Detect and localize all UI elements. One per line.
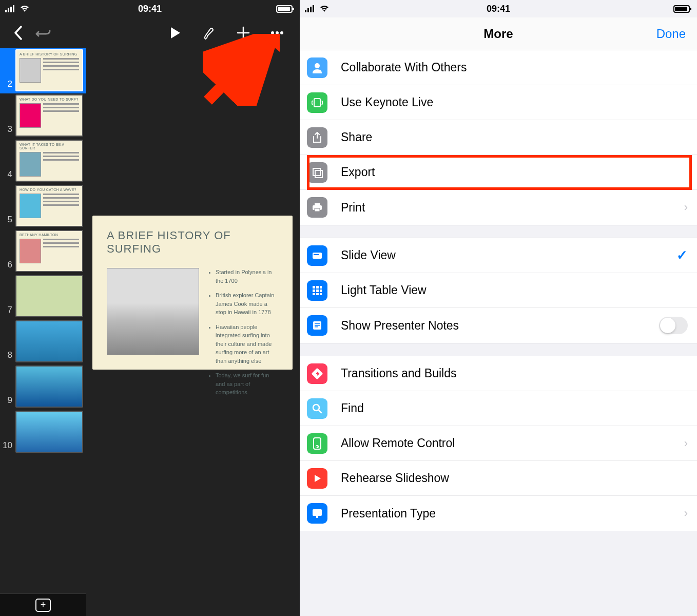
row-export[interactable]: Export [300, 155, 697, 190]
slide-thumb-7[interactable]: 7 [0, 274, 86, 319]
svg-rect-9 [307, 8, 309, 12]
more-button[interactable] [265, 21, 289, 45]
checkmark-icon: ✓ [676, 247, 688, 263]
slide-thumb-2[interactable]: 2 A BRIEF HISTORY OF SURFING [0, 48, 86, 93]
row-presenter-notes[interactable]: Show Presenter Notes [300, 308, 697, 343]
grid-icon [307, 280, 327, 301]
more-menu-list: Collaborate With Others Use Keynote Live… [300, 50, 697, 531]
svg-rect-19 [313, 253, 322, 259]
svg-rect-25 [316, 290, 319, 292]
editor-toolbar [0, 17, 300, 48]
svg-rect-40 [316, 516, 318, 518]
remote-icon [307, 433, 327, 454]
svg-rect-0 [5, 10, 7, 12]
row-find[interactable]: Find [300, 391, 697, 426]
row-light-table[interactable]: Light Table View [300, 273, 697, 308]
print-icon [307, 197, 327, 218]
transitions-icon [307, 363, 327, 384]
svg-rect-20 [314, 254, 319, 255]
battery-icon [673, 5, 690, 13]
status-bar-left: 09:41 [0, 0, 300, 17]
svg-rect-27 [313, 293, 315, 295]
more-menu-pane: 09:41 More Done Collaborate With Others … [300, 0, 697, 616]
slide-title: A BRIEF HISTORY OF SURFING [107, 229, 278, 256]
svg-point-6 [280, 31, 283, 34]
done-button[interactable]: Done [656, 27, 686, 41]
svg-rect-2 [10, 7, 12, 12]
svg-rect-26 [320, 290, 322, 292]
row-keynote-live[interactable]: Use Keynote Live [300, 85, 697, 120]
signal-icon [5, 5, 16, 12]
svg-line-7 [208, 40, 267, 101]
slide-thumbnails[interactable]: 2 A BRIEF HISTORY OF SURFING 3 WHAT DO Y… [0, 48, 86, 616]
row-transitions[interactable]: Transitions and Builds [300, 356, 697, 391]
slide-thumb-4[interactable]: 4 WHAT IT TAKES TO BE A SURFER [0, 139, 86, 184]
row-print[interactable]: Print › [300, 190, 697, 225]
svg-point-4 [271, 31, 274, 34]
svg-point-5 [276, 31, 279, 34]
svg-rect-28 [316, 293, 319, 295]
svg-rect-8 [305, 10, 306, 12]
svg-rect-31 [315, 323, 320, 324]
status-time: 09:41 [487, 4, 510, 14]
notes-icon [307, 315, 327, 336]
svg-rect-21 [313, 286, 315, 288]
more-title: More [483, 27, 513, 41]
play-icon [307, 468, 327, 489]
svg-rect-32 [315, 325, 320, 326]
more-header: More Done [300, 17, 697, 50]
main-slide-canvas[interactable]: A BRIEF HISTORY OF SURFING Started in Po… [92, 216, 293, 370]
share-icon [307, 127, 327, 148]
row-share[interactable]: Share [300, 120, 697, 155]
row-slide-view[interactable]: Slide View ✓ [300, 238, 697, 273]
svg-rect-22 [316, 286, 319, 288]
slide-thumb-6[interactable]: 6 BETHANY HAMILTON [0, 229, 86, 274]
row-remote[interactable]: Allow Remote Control › [300, 426, 697, 461]
row-rehearse[interactable]: Rehearse Slideshow [300, 461, 697, 496]
svg-rect-13 [314, 99, 320, 107]
row-presentation-type[interactable]: Presentation Type › [300, 496, 697, 531]
svg-rect-14 [313, 168, 320, 176]
slide-bullets: Started in Polynesia in the 1700 British… [208, 268, 278, 403]
slide-image [107, 268, 199, 355]
broadcast-icon [307, 92, 327, 113]
undo-button[interactable] [31, 21, 55, 45]
svg-rect-17 [315, 203, 320, 206]
export-icon [307, 162, 327, 183]
format-brush-button[interactable] [197, 21, 222, 45]
svg-rect-23 [320, 286, 322, 288]
person-icon [307, 57, 327, 78]
presentation-icon [307, 503, 327, 524]
add-slide-bar: + [0, 593, 86, 616]
svg-point-12 [315, 63, 320, 68]
svg-rect-10 [310, 7, 312, 12]
svg-rect-24 [313, 290, 315, 292]
slide-thumb-8[interactable]: 8 [0, 319, 86, 364]
slide-thumb-10[interactable]: 10 [0, 410, 86, 455]
row-collaborate[interactable]: Collaborate With Others [300, 50, 697, 85]
chevron-right-icon: › [684, 507, 688, 520]
add-slide-button[interactable]: + [35, 599, 51, 612]
svg-line-36 [319, 410, 321, 413]
svg-rect-33 [315, 326, 318, 328]
status-bar-right: 09:41 [300, 0, 697, 17]
toggle-presenter-notes[interactable] [659, 317, 688, 334]
back-button[interactable] [6, 21, 31, 45]
svg-rect-29 [320, 293, 322, 295]
svg-rect-11 [313, 5, 314, 12]
slide-thumb-3[interactable]: 3 WHAT DO YOU NEED TO SURF? [0, 93, 86, 139]
add-button[interactable] [231, 21, 256, 45]
slide-thumb-9[interactable]: 9 [0, 364, 86, 410]
slide-thumb-5[interactable]: 5 HOW DO YOU CATCH A WAVE? [0, 184, 86, 229]
search-icon [307, 398, 327, 419]
battery-icon [276, 5, 293, 13]
status-time: 09:41 [138, 4, 162, 14]
signal-icon [305, 5, 316, 12]
play-button[interactable] [163, 21, 188, 45]
wifi-icon [319, 5, 330, 12]
chevron-right-icon: › [684, 201, 688, 214]
svg-rect-15 [315, 170, 322, 178]
chevron-right-icon: › [684, 437, 688, 450]
slide-view-icon [307, 245, 327, 266]
svg-rect-1 [8, 8, 9, 12]
